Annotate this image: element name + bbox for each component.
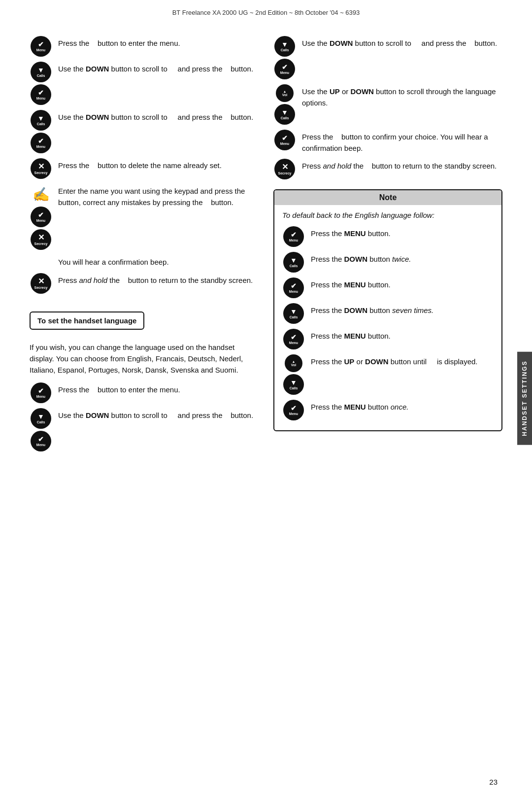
step-text: Press the MENU button. (311, 329, 494, 342)
step-text: Press the MENU button. (311, 226, 494, 240)
step-row: ▼ Calls ✔ Menu Use the DOWN button to sc… (30, 110, 259, 153)
check-icon: ✔ Menu (283, 226, 304, 247)
right-column: ▼ Calls ✔ Menu Use the DOWN button to sc… (273, 36, 502, 456)
step-row: ✕ Secrecy Press and hold the button to r… (273, 159, 502, 179)
step-text: Use the DOWN button to scroll to and pre… (58, 62, 259, 75)
step-row: ▲ Vol ▼ Calls Use the UP or DOWN button … (273, 84, 502, 125)
page-number: 23 (489, 778, 498, 786)
step-row: ▼ Calls ✔ Menu Use the DOWN button to sc… (30, 408, 259, 451)
down-icon: ▼ Calls (31, 110, 51, 131)
note-step-row: ✔ Menu Press the MENU button. (282, 329, 494, 349)
vol-up-icon: ▲ Vol (285, 354, 302, 372)
check-icon: ✔ Menu (283, 277, 304, 298)
step-row: ▼ Calls ✔ Menu Use the DOWN button to sc… (273, 36, 502, 79)
down-icon: ▼ Calls (283, 252, 304, 273)
step-icons: ✔ Menu (282, 277, 305, 298)
step-text: Press the MENU button once. (311, 400, 494, 413)
step-text: Press the button to confirm your choice.… (302, 130, 502, 154)
note-step-row: ▲ Vol ▼ Calls Press the UP or DOWN butto… (282, 354, 494, 395)
note-box: Note To default back to the English lang… (273, 189, 502, 431)
step-row: ✔ Menu Press the button to confirm your … (273, 130, 502, 154)
step-icons: ✔ Menu (282, 329, 305, 349)
step-icons: ✔ Menu (282, 226, 305, 247)
keypad-icon: ✍ (31, 184, 51, 205)
down-icon: ▼ Calls (274, 104, 295, 125)
step-icons: ✔ Menu (30, 36, 52, 57)
x-icon: ✕ Secrecy (31, 273, 51, 294)
check-icon: ✔ Menu (274, 59, 295, 79)
step-row: ▼ Calls ✔ Menu Use the DOWN button to sc… (30, 62, 259, 105)
step-text: Press the DOWN button twice. (311, 252, 494, 265)
step-icons: ✔ Menu (282, 400, 305, 420)
step-row: ✕ Secrecy Press and hold the button to r… (30, 273, 259, 294)
note-step-row: ✔ Menu Press the MENU button. (282, 277, 494, 298)
step-icons: ✕ Secrecy (30, 158, 52, 179)
check-icon: ✔ Menu (283, 329, 304, 349)
note-body: To default back to the English language … (274, 205, 501, 430)
step-text: Press and hold the button to return to t… (302, 159, 502, 172)
check-icon: ✔ Menu (31, 382, 51, 403)
check-icon: ✔ Menu (274, 130, 295, 150)
step-icons: ▼ Calls ✔ Menu (30, 110, 52, 153)
step-icons: ✕ Secrecy (273, 159, 296, 179)
step-text: Use the DOWN button to scroll to and pre… (302, 36, 502, 49)
check-icon: ✔ Menu (31, 431, 51, 451)
note-step-row: ▼ Calls Press the DOWN button seven time… (282, 303, 494, 324)
language-paragraph: If you wish, you can change the language… (30, 342, 259, 376)
step-text: Press and hold the button to return to t… (58, 273, 259, 286)
step-icons: ✕ Secrecy (30, 273, 52, 294)
check-icon: ✔ Menu (31, 84, 51, 105)
step-row: ✔ Menu Press the button to enter the men… (30, 382, 259, 403)
step-icons: ▲ Vol ▼ Calls (282, 354, 305, 395)
step-row: You will hear a confirmation beep. (30, 255, 259, 268)
note-step-row: ▼ Calls Press the DOWN button twice. (282, 252, 494, 273)
step-icons: ▲ Vol ▼ Calls (273, 84, 296, 125)
check-icon: ✔ Menu (283, 400, 304, 420)
x-icon: ✕ Secrecy (274, 159, 295, 179)
step-icons: ▼ Calls ✔ Menu (273, 36, 296, 79)
step-text: Use the UP or DOWN button to scroll thro… (302, 84, 502, 108)
step-text: Use the DOWN button to scroll to and pre… (58, 408, 259, 421)
page-header: BT Freelance XA 2000 UG ~ 2nd Edition ~ … (0, 0, 532, 21)
step-icons: ✔ Menu (30, 382, 52, 403)
step-icons: ▼ Calls ✔ Menu (30, 62, 52, 105)
vol-up-icon: ▲ Vol (276, 84, 294, 102)
step-icons: ▼ Calls (282, 303, 305, 324)
step-text: Press the button to enter the menu. (58, 36, 259, 49)
step-text: Enter the name you want using the keypad… (58, 184, 259, 208)
check-icon: ✔ Menu (31, 207, 51, 227)
section-box: To set the handset language (30, 311, 144, 330)
step-row: ✔ Menu Press the button to enter the men… (30, 36, 259, 57)
left-column: ✔ Menu Press the button to enter the men… (30, 36, 259, 456)
down-icon: ▼ Calls (283, 303, 304, 324)
note-intro: To default back to the English language … (282, 210, 494, 221)
step-text: You will hear a confirmation beep. (58, 255, 259, 268)
note-step-row: ✔ Menu Press the MENU button. (282, 226, 494, 247)
x-icon: ✕ Secrecy (31, 158, 51, 179)
step-text: Press the button to delete the name alre… (58, 158, 259, 172)
step-row: ✍ ✔ Menu ✕ Secrecy Enter the name you wa… (30, 184, 259, 250)
down-icon: ▼ Calls (274, 36, 295, 57)
step-text: Press the button to enter the menu. (58, 382, 259, 396)
step-icons: ✔ Menu (273, 130, 296, 150)
down-icon: ▼ Calls (31, 62, 51, 82)
step-icons: ▼ Calls (282, 252, 305, 273)
note-header: Note (274, 190, 501, 205)
step-text: Press the DOWN button seven times. (311, 303, 494, 316)
step-text: Use the DOWN button to scroll to and pre… (58, 110, 259, 123)
step-text: Press the MENU button. (311, 277, 494, 291)
step-row: ✕ Secrecy Press the button to delete the… (30, 158, 259, 179)
note-step-row: ✔ Menu Press the MENU button once. (282, 400, 494, 420)
step-icons: ▼ Calls ✔ Menu (30, 408, 52, 451)
side-label: HANDSET SETTINGS (517, 351, 532, 445)
check-icon: ✔ Menu (31, 133, 51, 153)
down-icon: ▼ Calls (31, 408, 51, 429)
step-text: Press the UP or DOWN button until is dis… (311, 354, 494, 368)
check-icon: ✔ Menu (31, 36, 51, 57)
down-icon: ▼ Calls (283, 374, 304, 395)
step-icons: ✍ ✔ Menu ✕ Secrecy (30, 184, 52, 250)
x-icon: ✕ Secrecy (31, 229, 51, 250)
